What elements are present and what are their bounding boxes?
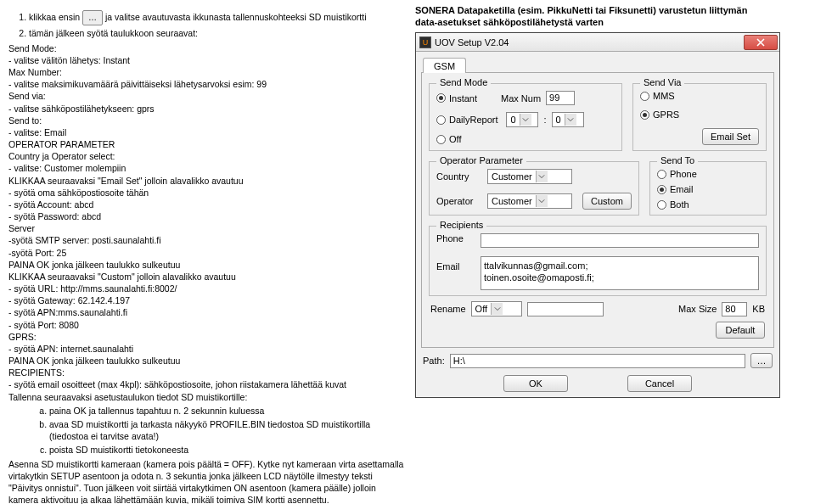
group-send-mode: Send Mode Instant Max Num 99 DailyReport…: [429, 83, 622, 151]
step-1: klikkaa ensin … ja valitse avautuvasta i…: [29, 10, 407, 25]
group-send-via: Send Via MMS GPRS Email Set: [632, 83, 767, 151]
group-send-to: Send To Phone Email Both: [649, 161, 767, 216]
page-heading-1: SONERA Datapaketilla (esim. PikkuNetti t…: [415, 5, 812, 15]
radio-both[interactable]: Both: [657, 199, 689, 210]
close-button[interactable]: [744, 35, 778, 50]
page-heading-2: data-asetukset sähköpostilähetystä varte…: [415, 17, 812, 27]
maxnum-input[interactable]: 99: [546, 91, 575, 105]
path-input[interactable]: H:\: [450, 354, 745, 368]
radio-email[interactable]: Email: [657, 184, 694, 194]
group-recipients: Recipients Phone Email ttalvikunnas@gmai…: [429, 226, 767, 296]
radio-instant[interactable]: Instant: [436, 93, 477, 104]
maxsize-label: Max Size: [678, 304, 717, 314]
operator-dropdown[interactable]: Customer: [487, 193, 572, 209]
rename-label: Rename: [430, 304, 466, 314]
browse-example-button: …: [82, 10, 103, 25]
gsm-tabpage: Send Mode Instant Max Num 99 DailyReport…: [421, 72, 774, 348]
default-button[interactable]: Default: [716, 322, 765, 339]
maxsize-input[interactable]: 80: [722, 302, 747, 316]
daily-hour-dropdown[interactable]: 0: [506, 112, 538, 127]
phone-label: Phone: [436, 233, 475, 244]
country-label: Country: [436, 171, 482, 182]
email-set-button[interactable]: Email Set: [702, 128, 759, 145]
tab-gsm[interactable]: GSM: [423, 58, 466, 73]
close-icon: [756, 38, 765, 47]
uov-setup-window: U UOV Setup V2.04 GSM Send Mode Instant …: [415, 32, 780, 398]
ok-button[interactable]: OK: [503, 375, 568, 392]
daily-min-dropdown[interactable]: 0: [552, 112, 584, 127]
radio-mms[interactable]: MMS: [640, 91, 675, 101]
step-2: tämän jälkeen syötä taulukkoon seuraavat…: [29, 27, 407, 39]
email-input[interactable]: ttalvikunnas@gmail.com; toinen.osoite@om…: [481, 256, 759, 290]
titlebar[interactable]: U UOV Setup V2.04: [416, 33, 779, 52]
custom-button[interactable]: Custom: [582, 193, 632, 210]
cancel-button[interactable]: Cancel: [627, 375, 692, 392]
browse-button[interactable]: …: [750, 353, 773, 368]
operator-label: Operator: [436, 196, 482, 206]
radio-phone[interactable]: Phone: [657, 169, 697, 179]
rename-dropdown[interactable]: Off: [471, 301, 522, 316]
email-label: Email: [436, 256, 475, 272]
radio-gprs[interactable]: GPRS: [640, 109, 679, 120]
window-title: UOV Setup V2.04: [435, 37, 509, 48]
rename-input[interactable]: [527, 302, 604, 316]
radio-dailyreport[interactable]: DailyReport: [436, 115, 497, 125]
maxnum-label: Max Num: [501, 93, 541, 104]
radio-off[interactable]: Off: [436, 134, 461, 144]
path-label: Path:: [423, 356, 445, 366]
phone-input[interactable]: [481, 233, 759, 248]
instructions-panel: klikkaa ensin … ja valitse avautuvasta i…: [0, 0, 412, 504]
app-icon: U: [419, 36, 431, 48]
country-dropdown[interactable]: Customer: [487, 169, 572, 184]
group-operator-parameter: Operator Parameter Country Customer Oper…: [429, 161, 639, 216]
